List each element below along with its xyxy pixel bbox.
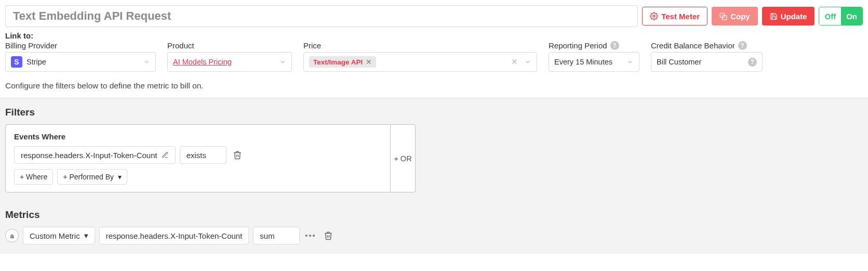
metric-aggregation-pill[interactable]: sum — [253, 227, 300, 244]
add-or-group-button[interactable]: + OR — [391, 124, 416, 192]
test-meter-label: Test Meter — [661, 12, 700, 21]
product-value: AI Models Pricing — [173, 58, 275, 66]
filter-field-value: response.headers.X-Input-Token-Count — [21, 151, 157, 160]
events-where-label: Events Where — [14, 132, 382, 141]
credit-balance-label: Credit Balance Behavior — [651, 41, 735, 50]
config-hint: Configure the filters below to define th… — [0, 79, 868, 98]
filter-operator-pill[interactable]: exists — [180, 146, 226, 164]
credit-balance-value: Bill Customer — [657, 58, 744, 66]
remove-chip-icon[interactable]: ✕ — [366, 58, 372, 66]
billing-provider-select[interactable]: S Stripe — [5, 52, 156, 72]
product-label: Product — [167, 41, 292, 50]
billing-provider-label: Billing Provider — [5, 41, 156, 50]
copy-label: Copy — [730, 12, 750, 21]
price-chip[interactable]: Text/Image API ✕ — [309, 56, 376, 68]
stripe-icon: S — [11, 56, 22, 68]
chevron-down-icon — [143, 58, 150, 66]
link-to-label: Link to: — [5, 31, 863, 40]
svg-point-0 — [653, 15, 655, 17]
add-performed-by-button[interactable]: + Performed By ▾ — [57, 169, 127, 185]
caret-down-icon: ▾ — [118, 173, 122, 181]
update-button[interactable]: Update — [762, 7, 815, 25]
metric-type-value: Custom Metric — [30, 231, 80, 240]
filter-group: Events Where response.headers.X-Input-To… — [5, 124, 391, 192]
metric-badge: a — [5, 229, 19, 242]
metric-field-pill[interactable]: response.headers.X-Input-Token-Count — [99, 227, 249, 244]
help-icon[interactable]: ? — [738, 41, 747, 50]
update-label: Update — [781, 12, 807, 21]
gear-icon — [650, 12, 658, 20]
price-label: Price — [303, 41, 537, 50]
reporting-period-select[interactable]: Every 15 Minutes — [549, 52, 639, 72]
billing-provider-value: Stripe — [26, 58, 139, 66]
credit-balance-select[interactable]: Bill Customer ? — [651, 52, 763, 72]
chevron-down-icon — [626, 58, 634, 66]
edit-icon[interactable] — [162, 151, 169, 159]
toggle-off[interactable]: Off — [819, 7, 841, 25]
price-chip-label: Text/Image API — [313, 58, 363, 66]
more-options-icon[interactable]: ••• — [304, 231, 317, 240]
metrics-title: Metrics — [5, 209, 863, 221]
clear-price-icon[interactable]: ✕ — [511, 58, 518, 66]
help-icon[interactable]: ? — [610, 41, 619, 50]
chevron-down-icon — [279, 58, 286, 66]
filters-title: Filters — [5, 107, 863, 118]
copy-button[interactable]: Copy — [712, 7, 758, 25]
filter-operator-value: exists — [186, 151, 206, 160]
caret-down-icon: ▾ — [84, 231, 88, 240]
add-where-button[interactable]: + Where — [14, 169, 53, 185]
product-select[interactable]: AI Models Pricing — [167, 52, 292, 72]
reporting-period-value: Every 15 Minutes — [554, 58, 622, 66]
chevron-down-icon — [524, 58, 531, 66]
delete-metric-icon[interactable] — [322, 229, 335, 242]
meter-enabled-toggle[interactable]: Off On — [819, 7, 863, 25]
toggle-on[interactable]: On — [841, 7, 862, 25]
metric-type-select[interactable]: Custom Metric ▾ — [23, 227, 95, 244]
reporting-period-label: Reporting Period — [549, 41, 607, 50]
add-performed-by-label: + Performed By — [63, 173, 114, 181]
help-icon[interactable]: ? — [748, 58, 757, 67]
save-icon — [770, 12, 778, 20]
delete-filter-icon[interactable] — [231, 148, 244, 162]
meter-title-input[interactable] — [5, 5, 638, 27]
copy-icon — [719, 12, 727, 20]
filter-field-pill[interactable]: response.headers.X-Input-Token-Count — [14, 146, 176, 164]
price-select[interactable]: Text/Image API ✕ ✕ — [303, 52, 537, 72]
metric-aggregation-value: sum — [260, 231, 274, 240]
test-meter-button[interactable]: Test Meter — [642, 7, 707, 25]
metric-field-value: response.headers.X-Input-Token-Count — [106, 231, 243, 240]
